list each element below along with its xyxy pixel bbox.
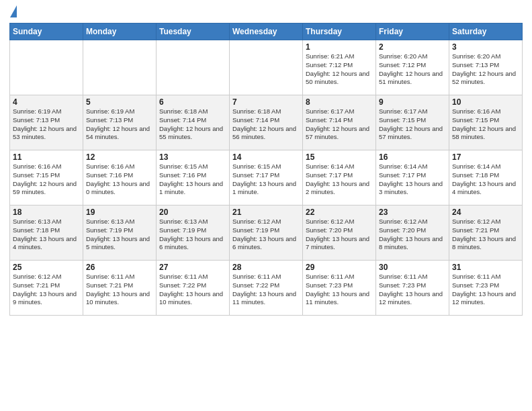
calendar-cell: 3Sunrise: 6:20 AMSunset: 7:13 PMDaylight… — [449, 40, 523, 95]
column-header-saturday: Saturday — [449, 24, 523, 40]
day-info: Sunrise: 6:17 AMSunset: 7:15 PMDaylight:… — [379, 107, 446, 142]
day-number: 10 — [452, 97, 519, 107]
day-info: Sunrise: 6:12 AMSunset: 7:21 PMDaylight:… — [452, 218, 519, 252]
day-info: Sunrise: 6:12 AMSunset: 7:20 PMDaylight:… — [306, 218, 373, 252]
calendar-cell — [157, 40, 230, 95]
calendar-table: SundayMondayTuesdayWednesdayThursdayFrid… — [9, 23, 523, 316]
calendar-cell: 16Sunrise: 6:14 AMSunset: 7:17 PMDayligh… — [376, 150, 449, 205]
day-number: 11 — [13, 152, 80, 162]
day-number: 3 — [452, 42, 519, 52]
calendar-cell: 29Sunrise: 6:11 AMSunset: 7:23 PMDayligh… — [303, 261, 376, 316]
day-info: Sunrise: 6:14 AMSunset: 7:17 PMDaylight:… — [379, 163, 446, 197]
day-number: 30 — [379, 263, 446, 272]
day-number: 28 — [232, 263, 300, 272]
calendar-cell: 23Sunrise: 6:12 AMSunset: 7:20 PMDayligh… — [376, 205, 449, 261]
day-info: Sunrise: 6:11 AMSunset: 7:22 PMDaylight:… — [232, 273, 300, 307]
column-header-wednesday: Wednesday — [230, 24, 303, 40]
day-number: 22 — [306, 208, 373, 217]
page: SundayMondayTuesdayWednesdayThursdayFrid… — [0, 0, 532, 411]
calendar-cell: 22Sunrise: 6:12 AMSunset: 7:20 PMDayligh… — [303, 205, 376, 261]
day-info: Sunrise: 6:11 AMSunset: 7:21 PMDaylight:… — [86, 273, 153, 307]
day-info: Sunrise: 6:11 AMSunset: 7:23 PMDaylight:… — [379, 273, 446, 307]
calendar-cell: 2Sunrise: 6:20 AMSunset: 7:12 PMDaylight… — [376, 40, 449, 95]
day-info: Sunrise: 6:13 AMSunset: 7:19 PMDaylight:… — [86, 218, 153, 252]
calendar-cell: 31Sunrise: 6:11 AMSunset: 7:23 PMDayligh… — [449, 261, 523, 316]
calendar-cell: 19Sunrise: 6:13 AMSunset: 7:19 PMDayligh… — [83, 205, 157, 261]
column-header-thursday: Thursday — [303, 24, 376, 40]
day-number: 25 — [13, 263, 80, 272]
column-header-friday: Friday — [376, 24, 449, 40]
calendar-cell: 25Sunrise: 6:12 AMSunset: 7:21 PMDayligh… — [10, 261, 83, 316]
logo-triangle-icon — [10, 5, 17, 17]
day-info: Sunrise: 6:16 AMSunset: 7:15 PMDaylight:… — [452, 107, 519, 142]
day-info: Sunrise: 6:13 AMSunset: 7:19 PMDaylight:… — [159, 218, 226, 252]
day-number: 5 — [86, 97, 153, 107]
day-number: 26 — [86, 263, 153, 272]
day-info: Sunrise: 6:18 AMSunset: 7:14 PMDaylight:… — [159, 107, 226, 142]
day-number: 13 — [159, 152, 226, 162]
calendar-week-row: 11Sunrise: 6:16 AMSunset: 7:15 PMDayligh… — [10, 150, 523, 205]
day-number: 4 — [13, 97, 80, 107]
day-number: 1 — [306, 42, 373, 52]
day-number: 12 — [86, 152, 153, 162]
day-info: Sunrise: 6:15 AMSunset: 7:16 PMDaylight:… — [159, 163, 226, 197]
day-number: 14 — [232, 152, 300, 162]
day-number: 2 — [379, 42, 446, 52]
day-number: 23 — [379, 208, 446, 217]
calendar-cell: 13Sunrise: 6:15 AMSunset: 7:16 PMDayligh… — [157, 150, 230, 205]
calendar-cell: 1Sunrise: 6:21 AMSunset: 7:12 PMDaylight… — [303, 40, 376, 95]
day-number: 31 — [452, 263, 519, 272]
day-info: Sunrise: 6:14 AMSunset: 7:17 PMDaylight:… — [306, 163, 373, 197]
day-number: 18 — [13, 208, 80, 217]
calendar-cell: 5Sunrise: 6:19 AMSunset: 7:13 PMDaylight… — [83, 95, 157, 150]
day-number: 7 — [232, 97, 300, 107]
day-info: Sunrise: 6:19 AMSunset: 7:13 PMDaylight:… — [86, 107, 153, 142]
header — [9, 7, 523, 17]
day-number: 29 — [306, 263, 373, 272]
calendar-week-row: 1Sunrise: 6:21 AMSunset: 7:12 PMDaylight… — [10, 40, 523, 95]
calendar-cell: 30Sunrise: 6:11 AMSunset: 7:23 PMDayligh… — [376, 261, 449, 316]
calendar-cell: 14Sunrise: 6:15 AMSunset: 7:17 PMDayligh… — [230, 150, 303, 205]
calendar-cell: 24Sunrise: 6:12 AMSunset: 7:21 PMDayligh… — [449, 205, 523, 261]
day-number: 8 — [306, 97, 373, 107]
day-info: Sunrise: 6:13 AMSunset: 7:18 PMDaylight:… — [13, 218, 80, 252]
calendar-week-row: 4Sunrise: 6:19 AMSunset: 7:13 PMDaylight… — [10, 95, 523, 150]
day-number: 16 — [379, 152, 446, 162]
day-info: Sunrise: 6:11 AMSunset: 7:23 PMDaylight:… — [306, 273, 373, 307]
day-number: 9 — [379, 97, 446, 107]
day-info: Sunrise: 6:20 AMSunset: 7:13 PMDaylight:… — [452, 52, 519, 87]
calendar-cell: 9Sunrise: 6:17 AMSunset: 7:15 PMDaylight… — [376, 95, 449, 150]
column-header-sunday: Sunday — [10, 24, 83, 40]
calendar-cell: 26Sunrise: 6:11 AMSunset: 7:21 PMDayligh… — [83, 261, 157, 316]
column-header-tuesday: Tuesday — [157, 24, 230, 40]
calendar-cell: 21Sunrise: 6:12 AMSunset: 7:19 PMDayligh… — [230, 205, 303, 261]
day-number: 6 — [159, 97, 226, 107]
day-info: Sunrise: 6:16 AMSunset: 7:15 PMDaylight:… — [13, 163, 80, 197]
day-info: Sunrise: 6:16 AMSunset: 7:16 PMDaylight:… — [86, 163, 153, 197]
day-info: Sunrise: 6:12 AMSunset: 7:19 PMDaylight:… — [232, 218, 300, 252]
day-number: 20 — [159, 208, 226, 217]
calendar-cell: 20Sunrise: 6:13 AMSunset: 7:19 PMDayligh… — [157, 205, 230, 261]
logo — [9, 7, 17, 17]
day-info: Sunrise: 6:17 AMSunset: 7:14 PMDaylight:… — [306, 107, 373, 142]
day-info: Sunrise: 6:19 AMSunset: 7:13 PMDaylight:… — [13, 107, 80, 142]
day-number: 21 — [232, 208, 300, 217]
calendar-cell: 6Sunrise: 6:18 AMSunset: 7:14 PMDaylight… — [157, 95, 230, 150]
calendar-cell: 27Sunrise: 6:11 AMSunset: 7:22 PMDayligh… — [157, 261, 230, 316]
calendar-cell: 4Sunrise: 6:19 AMSunset: 7:13 PMDaylight… — [10, 95, 83, 150]
calendar-header-row: SundayMondayTuesdayWednesdayThursdayFrid… — [10, 24, 523, 40]
day-info: Sunrise: 6:20 AMSunset: 7:12 PMDaylight:… — [379, 52, 446, 87]
day-info: Sunrise: 6:11 AMSunset: 7:23 PMDaylight:… — [452, 273, 519, 307]
day-number: 17 — [452, 152, 519, 162]
day-number: 24 — [452, 208, 519, 217]
calendar-cell: 10Sunrise: 6:16 AMSunset: 7:15 PMDayligh… — [449, 95, 523, 150]
calendar-cell: 11Sunrise: 6:16 AMSunset: 7:15 PMDayligh… — [10, 150, 83, 205]
day-number: 15 — [306, 152, 373, 162]
day-number: 19 — [86, 208, 153, 217]
calendar-cell: 15Sunrise: 6:14 AMSunset: 7:17 PMDayligh… — [303, 150, 376, 205]
day-info: Sunrise: 6:11 AMSunset: 7:22 PMDaylight:… — [159, 273, 226, 307]
day-info: Sunrise: 6:12 AMSunset: 7:21 PMDaylight:… — [13, 273, 80, 307]
calendar-cell — [83, 40, 157, 95]
calendar-cell: 28Sunrise: 6:11 AMSunset: 7:22 PMDayligh… — [230, 261, 303, 316]
calendar-cell — [230, 40, 303, 95]
